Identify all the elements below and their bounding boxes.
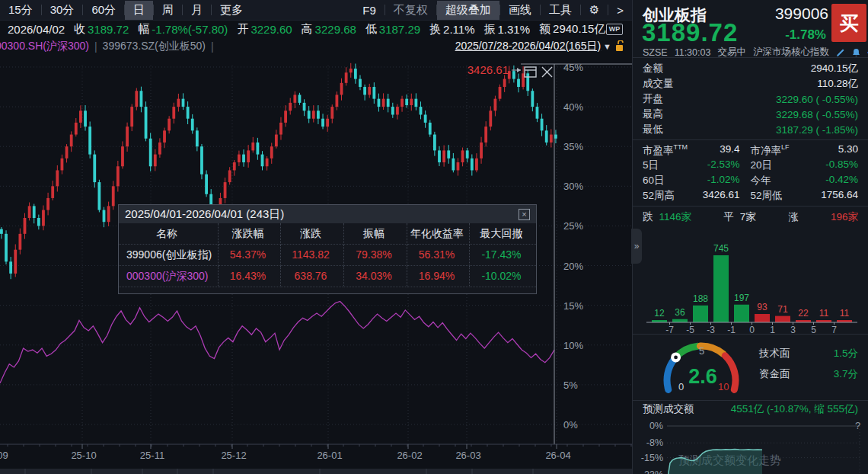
svg-text:10: 10 (718, 381, 729, 392)
svg-text:-15%: -15% (641, 453, 663, 463)
svg-text:-7: -7 (665, 325, 674, 334)
overlay-symbol-hs300[interactable]: 00300.SH(沪深300) (0, 40, 89, 53)
chevron-down-icon[interactable]: ▼ (603, 42, 611, 51)
price-change-pct: -1.78% (785, 27, 826, 43)
overlay-table-titlebar[interactable]: 2025/04/01-2026/04/01 (243日) × (119, 205, 536, 223)
overlay-table-close-icon[interactable]: × (519, 209, 530, 220)
tech-score-row: 技术面1.5分 (759, 347, 858, 360)
market-time: 11:30:03 (675, 47, 711, 58)
tab-monthly[interactable]: 月 (183, 1, 211, 20)
low-value: 3187.29 (379, 23, 420, 36)
svg-text:5: 5 (811, 325, 816, 334)
tools-button[interactable]: 工具 (541, 1, 580, 20)
svg-text:-8%: -8% (646, 437, 663, 448)
svg-text:1: 1 (770, 325, 775, 334)
svg-text:40%: 40% (563, 101, 583, 113)
row-high: 最高3229.68 ( -0.55%) (633, 107, 868, 122)
svg-text:12: 12 (654, 308, 665, 319)
svg-text:15%: 15% (563, 300, 583, 312)
unlock-icon[interactable] (614, 40, 624, 52)
trading-app-window: 15分 30分 60分 日 周 月 更多 F9 不复权 超级叠加 画线 工具 ⚙… (0, 0, 868, 474)
col-annualized: 年化收益率 (407, 223, 470, 245)
svg-text:45%: 45% (563, 62, 583, 73)
panel-collapse-handle[interactable]: » (631, 229, 642, 264)
svg-text:-1: -1 (727, 325, 736, 334)
overlay-comparison-table[interactable]: 2025/04/01-2026/04/01 (243日) × 名称 涨跌幅 涨跌… (118, 204, 537, 294)
svg-text:0%: 0% (649, 421, 663, 431)
forecast-trend-chart: 0%-8%-15%-23%-31%预测成交额变化走势? (633, 417, 868, 474)
overlay-table-grid: 名称 涨跌幅 涨跌 振幅 年化收益率 最大回撤 399006(创业板指) 54.… (119, 223, 536, 287)
forecast-chart-svg: 0%-8%-15%-23%-31%预测成交额变化走势? (633, 417, 868, 474)
period-toolbar: 15分 30分 60分 日 周 月 更多 F9 不复权 超级叠加 画线 工具 ⚙… (0, 0, 632, 21)
svg-text:26-04: 26-04 (545, 450, 570, 461)
tab-30min[interactable]: 30分 (42, 1, 83, 20)
close-value: 3189.72 (88, 23, 129, 36)
svg-text:-3: -3 (707, 325, 715, 334)
row-60d-ytd: 60日-1.02% 今年-0.42% (633, 173, 868, 188)
table-row-000300-name: 000300(沪深300) (119, 266, 219, 287)
buy-button[interactable]: 买 (831, 4, 866, 42)
date-range-selector[interactable]: 2025/07/28-2026/04/02(165日) (455, 40, 601, 53)
row-open: 开盘3229.60 ( -0.55%) (633, 91, 868, 107)
svg-text:?: ? (855, 420, 860, 431)
tab-daily[interactable]: 日 (125, 1, 153, 20)
gear-icon[interactable]: ⚙ (581, 1, 608, 19)
sentiment-gauge-section: 2.60510 技术面1.5分 资金面3.7分 (633, 335, 868, 400)
histogram-svg: 12361887451979371221111-7-5-3-101357 (633, 225, 868, 334)
row-pe-pb: 市盈率TTM39.4 市净率LF5.30 (633, 143, 868, 158)
draw-line-button[interactable]: 画线 (500, 1, 540, 20)
f9-button[interactable]: F9 (354, 2, 385, 19)
edit-icon[interactable] (836, 48, 845, 57)
index-code: 399006 (775, 5, 828, 23)
svg-text:2.6: 2.6 (688, 365, 717, 388)
wp-monitor-icon[interactable]: WP (606, 24, 623, 35)
svg-text:0: 0 (749, 325, 755, 334)
tab-60min[interactable]: 60分 (83, 1, 124, 20)
change-value: -1.78%(-57.80) (152, 23, 228, 36)
tab-weekly[interactable]: 周 (154, 1, 182, 20)
tab-15min[interactable]: 15分 (0, 1, 41, 20)
col-drawdown: 最大回撤 (470, 223, 536, 245)
svg-text:3426.61: 3426.61 (468, 63, 509, 76)
market-state: 交易中 (717, 46, 746, 59)
super-overlay-button[interactable]: 超级叠加 (437, 1, 499, 20)
no-adjust-button[interactable]: 不复权 (385, 1, 436, 20)
svg-text:36: 36 (675, 307, 685, 318)
quote-panel-header: 创业板指 399006 买 3189.72 -1.78% SZSE 11:30:… (633, 0, 868, 58)
svg-text:25-12: 25-12 (221, 450, 246, 461)
open-value: 3229.60 (251, 23, 292, 36)
row-5d-20d: 5日-2.53% 20日-0.85% (633, 158, 868, 173)
svg-text:-5: -5 (686, 325, 694, 334)
tab-more[interactable]: 更多 (212, 1, 251, 20)
quote-date: 2026/04/02 (8, 23, 65, 36)
svg-text:11: 11 (840, 308, 850, 319)
turnover-value: 2.11% (443, 23, 474, 36)
svg-text:0: 0 (678, 381, 684, 392)
row-volume: 成交量110.28亿 (633, 76, 868, 91)
row-52w: 52周高3426.61 52周低1756.64 (633, 188, 868, 203)
svg-text:25%: 25% (563, 220, 583, 232)
expand-toolbar-icon[interactable]: > (608, 2, 632, 19)
svg-text:10%: 10% (563, 340, 583, 351)
chart-section: 15分 30分 60分 日 周 月 更多 F9 不复权 超级叠加 画线 工具 ⚙… (0, 0, 632, 474)
svg-text:197: 197 (734, 293, 749, 303)
col-amplitude: 振幅 (344, 223, 407, 245)
col-name: 名称 (119, 223, 219, 245)
quote-panel: » 创业板指 399006 买 3189.72 -1.78% SZSE 11:3… (632, 0, 868, 474)
svg-text:20%: 20% (563, 261, 583, 272)
quote-bar: 2026/04/02 收3189.72 幅-1.78%(-57.80) 开322… (0, 21, 632, 38)
alert-bell-icon[interactable] (852, 48, 860, 57)
overlay-table-title: 2025/04/01-2026/04/01 (243日) (125, 207, 284, 222)
svg-text:30%: 30% (563, 181, 583, 192)
svg-text:188: 188 (693, 293, 708, 304)
high-value: 3229.68 (315, 23, 356, 36)
svg-text:25-11: 25-11 (140, 450, 164, 461)
svg-text:5: 5 (699, 345, 704, 357)
overlay-symbols-bar: 00300.SH(沪深300) | 399673.SZ(创业板50) | 202… (0, 38, 632, 54)
svg-text:35%: 35% (563, 141, 583, 152)
svg-text:25-09: 25-09 (0, 450, 8, 461)
svg-text:-23%: -23% (641, 469, 663, 474)
svg-text:93: 93 (757, 302, 767, 312)
overlay-symbol-cyb50[interactable]: 399673.SZ(创业板50) (103, 40, 206, 53)
svg-text:11: 11 (819, 308, 829, 319)
